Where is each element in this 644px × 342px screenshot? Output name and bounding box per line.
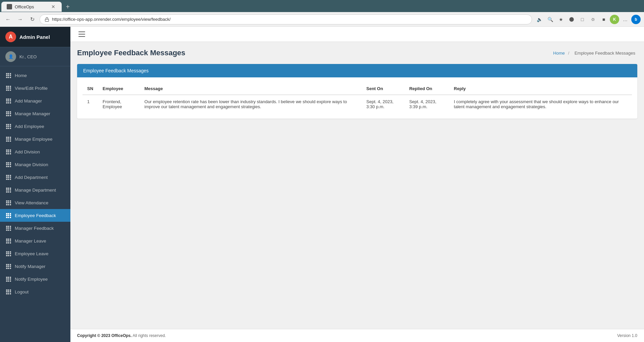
sidebar-item-manage-department[interactable]: Manage Department (0, 184, 70, 196)
sidebar-label-notify-employee: Notify Employee (15, 277, 48, 282)
breadcrumb-separator: / (568, 51, 569, 56)
svg-rect-1 (45, 19, 49, 21)
favorites-button[interactable]: ★ (556, 15, 566, 24)
read-aloud-button[interactable]: 🔈 (535, 15, 544, 24)
card-header-label: Employee Feedback Messages (83, 68, 149, 73)
reload-button[interactable]: ↻ (27, 15, 37, 24)
sidebar-item-logout[interactable]: Logout (0, 285, 70, 298)
sidebar-label-logout: Logout (15, 289, 28, 294)
col-message: Message (140, 83, 362, 95)
url-bar[interactable]: https://office-ops-app.onrender.com/empl… (40, 14, 532, 24)
nav-icon-logout (5, 289, 11, 295)
bing-button[interactable]: b (631, 15, 641, 24)
sidebar-item-home[interactable]: Home (0, 69, 70, 82)
collections-button[interactable]: ⛭ (588, 15, 598, 24)
lock-icon (45, 17, 49, 22)
sidebar-label-manager-leave: Manager Leave (15, 238, 46, 244)
app-logo: A (5, 31, 16, 42)
hamburger-menu[interactable] (77, 29, 86, 39)
url-text: https://office-ops-app.onrender.com/empl… (52, 17, 171, 22)
profile-avatar[interactable]: K (610, 15, 619, 24)
sidebar-item-add-division[interactable]: Add Division (0, 145, 70, 158)
sidebar-label-employee-feedback: Employee Feedback (15, 213, 56, 218)
active-tab[interactable]: OfficeOps ✕ (1, 2, 62, 12)
col-replied-on: Replied On (405, 83, 449, 95)
nav-icon-manage-employee (5, 136, 11, 142)
nav-icon-notify-manager (5, 263, 11, 269)
user-avatar: 👤 (5, 51, 16, 62)
browser-tab-bar: OfficeOps ✕ + (0, 0, 644, 12)
col-sn: SN (82, 83, 98, 95)
cell-employee: Frontend, Employee (98, 95, 140, 113)
nav-icon-add-manager (5, 98, 11, 104)
more-button[interactable]: … (621, 15, 630, 24)
sidebar-item-view-attendance[interactable]: View Attendance (0, 196, 70, 209)
sidebar-item-add-department[interactable]: Add Department (0, 171, 70, 184)
app-container: A Admin Panel 👤 Kr., CEO HomeView/Edit P… (0, 27, 644, 342)
sidebar-item-add-employee[interactable]: Add Employee (0, 120, 70, 133)
sidebar-item-employee-leave[interactable]: Employee Leave (0, 247, 70, 260)
table-row: 1Frontend, EmployeeOur employee retentio… (82, 95, 632, 113)
card-header: Employee Feedback Messages (77, 64, 637, 77)
nav-icon-manage-department (5, 187, 11, 193)
nav-icon-add-employee (5, 123, 11, 129)
sidebar-label-home: Home (15, 73, 27, 78)
back-button[interactable]: ← (3, 15, 13, 24)
nav-icon-add-department (5, 174, 11, 180)
forward-button[interactable]: → (15, 15, 25, 24)
sidebar-label-employee-leave: Employee Leave (15, 251, 49, 256)
footer-version: Version 1.0 (617, 333, 637, 338)
sidebar-user: 👤 Kr., CEO (0, 47, 70, 66)
cell-message: Our employee retention rate has been low… (140, 95, 362, 113)
main-content: Employee Feedback Messages Home / Employ… (70, 27, 644, 342)
wallet-button[interactable]: ■ (599, 15, 608, 24)
sidebar-item-manager-leave[interactable]: Manager Leave (0, 234, 70, 247)
browser-nav-bar: ← → ↻ https://office-ops-app.onrender.co… (0, 12, 644, 27)
browser-extensions[interactable] (567, 15, 576, 24)
search-button[interactable]: 🔍 (545, 15, 555, 24)
user-name-label: Kr., CEO (19, 54, 37, 59)
sidebar-item-manage-employee[interactable]: Manage Employee (0, 133, 70, 145)
tab-close-button[interactable]: ✕ (50, 4, 56, 10)
sidebar-item-add-manager[interactable]: Add Manager (0, 94, 70, 107)
sidebar-item-employee-feedback[interactable]: Employee Feedback (0, 209, 70, 222)
sidebar-item-view-edit-profile[interactable]: View/Edit Profile (0, 82, 70, 94)
sidebar-label-manager-feedback: Manager Feedback (15, 226, 54, 231)
breadcrumb-home-link[interactable]: Home (553, 51, 565, 56)
sidebar-item-manage-division[interactable]: Manage Division (0, 158, 70, 171)
sidebar-item-manager-feedback[interactable]: Manager Feedback (0, 222, 70, 234)
nav-icon-manager-leave (5, 238, 11, 244)
split-view-button[interactable]: □ (578, 15, 587, 24)
table-head: SN Employee Message Sent On Replied On R… (82, 83, 632, 95)
col-reply: Reply (449, 83, 632, 95)
nav-icon-manager-feedback (5, 225, 11, 231)
tab-favicon (7, 4, 12, 9)
top-bar (70, 27, 644, 42)
sidebar-label-add-division: Add Division (15, 149, 40, 154)
col-sent-on: Sent On (362, 83, 405, 95)
footer-copyright: Copyright © 2023 OfficeOps. All rights r… (77, 333, 166, 338)
sidebar: A Admin Panel 👤 Kr., CEO HomeView/Edit P… (0, 27, 70, 342)
sidebar-label-notify-manager: Notify Manager (15, 264, 46, 269)
nav-icon-view-edit-profile (5, 85, 11, 91)
cell-sn: 1 (82, 95, 98, 113)
sidebar-label-manage-department: Manage Department (15, 188, 56, 193)
footer-brand: Copyright © 2023 OfficeOps. (77, 333, 132, 338)
sidebar-item-notify-employee[interactable]: Notify Employee (0, 273, 70, 285)
sidebar-item-notify-manager[interactable]: Notify Manager (0, 260, 70, 273)
svg-point-2 (569, 17, 574, 21)
table-header-row: SN Employee Message Sent On Replied On R… (82, 83, 632, 95)
footer-rights: All rights reserved. (133, 333, 166, 338)
sidebar-item-manage-manager[interactable]: Manage Manager (0, 107, 70, 120)
page-title: Employee Feedback Messages (77, 49, 185, 57)
app-title: Admin Panel (19, 34, 50, 40)
nav-icon-home (5, 72, 11, 78)
hamburger-line-2 (78, 34, 85, 35)
content-area: Employee Feedback Messages Home / Employ… (70, 42, 644, 329)
page-footer: Copyright © 2023 OfficeOps. All rights r… (70, 329, 644, 342)
sidebar-label-view-attendance: View Attendance (15, 200, 48, 205)
nav-icon-add-division (5, 149, 11, 155)
breadcrumb-current: Employee Feedback Messages (575, 51, 635, 56)
new-tab-button[interactable]: + (63, 2, 72, 11)
feedback-table: SN Employee Message Sent On Replied On R… (82, 83, 632, 113)
